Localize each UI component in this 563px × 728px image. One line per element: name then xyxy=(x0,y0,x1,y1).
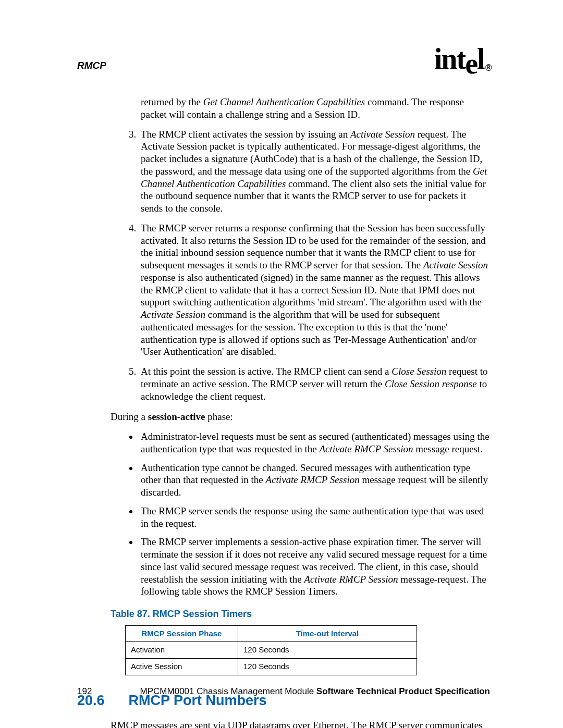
page-number: 192 xyxy=(77,686,92,697)
bullet-4: The RMCP server implements a session-act… xyxy=(139,536,490,598)
th-phase: RMCP Session Phase xyxy=(126,625,238,642)
bullet-3: The RMCP server sends the response using… xyxy=(139,505,490,530)
bullet-1: Administrator-level requests must be sen… xyxy=(139,430,490,455)
footer-doc-title: MPCMM0001 Chassis Management Module Soft… xyxy=(140,686,490,697)
step-3: The RMCP client activates the session by… xyxy=(139,128,490,215)
th-interval: Time-out Interval xyxy=(238,625,417,642)
cell-phase-1: Active Session xyxy=(126,659,238,675)
page: RMCP intel® returned by the Get Channel … xyxy=(0,0,563,728)
cell-interval-0: 120 Seconds xyxy=(238,642,417,659)
page-footer: 192 MPCMM0001 Chassis Management Module … xyxy=(77,686,490,697)
phase-intro: During a session-active phase: xyxy=(111,411,490,423)
registered-icon: ® xyxy=(485,63,491,73)
table-row: Active Session 120 Seconds xyxy=(126,659,417,675)
section-p1: RMCP messages are sent via UDP datagrams… xyxy=(111,719,490,729)
intel-logo: intel® xyxy=(434,41,490,77)
table-row: Activation 120 Seconds xyxy=(126,642,417,659)
body-column: returned by the Get Channel Authenticati… xyxy=(125,96,490,728)
header-section-label: RMCP xyxy=(77,59,106,77)
table-caption: Table 87. RMCP Session Timers xyxy=(111,608,490,620)
bullet-2: Authentication type cannot be changed. S… xyxy=(139,462,490,499)
step-4: The RMCP server returns a response confi… xyxy=(139,222,490,358)
rmcp-session-timers-table: RMCP Session Phase Time-out Interval Act… xyxy=(125,625,417,675)
table-header-row: RMCP Session Phase Time-out Interval xyxy=(126,625,417,642)
page-header: RMCP intel® xyxy=(77,41,490,77)
intro-paragraph: returned by the Get Channel Authenticati… xyxy=(141,96,490,121)
numbered-steps: The RMCP client activates the session by… xyxy=(125,128,490,403)
cell-interval-1: 120 Seconds xyxy=(238,659,417,675)
cell-phase-0: Activation xyxy=(126,642,238,659)
session-active-bullets: Administrator-level requests must be sen… xyxy=(125,430,490,598)
step-5: At this point the session is active. The… xyxy=(139,365,490,402)
